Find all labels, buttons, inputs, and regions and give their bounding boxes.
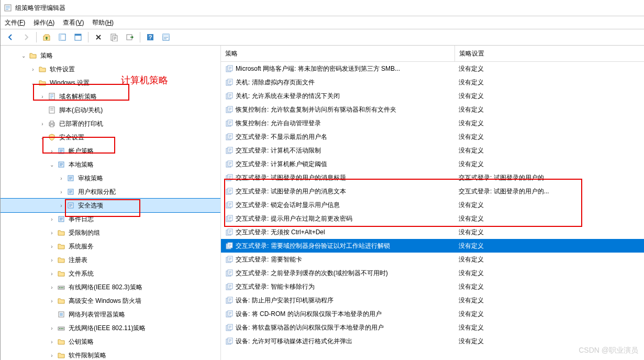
folder-icon [57, 269, 65, 278]
policy-row[interactable]: 恢复控制台: 允许自动管理登录没有定义 [221, 116, 644, 130]
chevron-right-icon[interactable]: › [48, 269, 56, 278]
column-header-setting[interactable]: 策略设置 [455, 46, 644, 61]
column-header-policy[interactable]: 策略 [221, 46, 455, 61]
policy-row[interactable]: 设备: 允许对可移动媒体进行格式化并弹出没有定义 [221, 334, 644, 348]
chevron-right-icon[interactable]: › [38, 92, 47, 101]
policy-row[interactable]: 交互式登录: 计算机帐户锁定阈值没有定义 [221, 157, 644, 171]
chevron-right-icon[interactable]: › [48, 228, 56, 237]
back-button[interactable] [4, 30, 17, 44]
menu-item-v[interactable]: 查看(V) [63, 18, 84, 27]
menu-item-h[interactable]: 帮助(H) [92, 18, 114, 27]
chevron-right-icon[interactable]: › [29, 65, 37, 73]
chevron-right-icon[interactable]: › [57, 201, 65, 210]
policy-row[interactable]: 交互式登录: 之前登录到缓存的次数(域控制器不可用时)没有定义 [221, 266, 644, 280]
policy-row[interactable]: 交互式登录: 试图登录的用户的消息文本交互式登录: 试图登录的用户的... [221, 184, 644, 198]
tree-node[interactable]: ›注册表 [1, 253, 220, 267]
tree-node[interactable]: ›软件限制策略 [1, 348, 220, 360]
policy-row[interactable]: Microsoft 网络客户端: 将未加密的密码发送到第三方 SMB...没有定… [221, 62, 644, 75]
policy-icon [225, 119, 234, 127]
tree-node[interactable]: ›高级安全 Windows 防火墙 [1, 294, 220, 308]
policy-row[interactable]: 交互式登录: 计算机不活动限制没有定义 [221, 144, 644, 157]
chevron-right-icon[interactable]: › [48, 351, 56, 359]
tree-node[interactable]: ›帐户策略 [1, 144, 220, 158]
policy-setting: 没有定义 [454, 214, 644, 223]
chevron-down-icon[interactable]: ⌄ [38, 133, 47, 141]
policy-row[interactable]: 交互式登录: 无须按 Ctrl+Alt+Del没有定义 [221, 225, 644, 239]
up-button[interactable] [40, 30, 53, 44]
chevron-right-icon[interactable]: › [48, 147, 56, 155]
show-header-button[interactable] [71, 30, 85, 44]
policy-row[interactable]: 交互式登录: 锁定会话时显示用户信息没有定义 [221, 198, 644, 212]
policy-name: Microsoft 网络客户端: 将未加密的密码发送到第三方 SMB... [236, 64, 400, 73]
tree-node[interactable]: ⌄安全设置 [1, 130, 220, 144]
svg-text:?: ? [149, 34, 152, 40]
tree-node-label: 软件限制策略 [69, 351, 106, 360]
tree-node[interactable]: ›软件设置 [1, 62, 220, 76]
chevron-right-icon[interactable]: › [48, 256, 56, 264]
tree-node[interactable]: ›审核策略 [1, 171, 220, 185]
menu-item-f[interactable]: 文件(F) [5, 18, 25, 27]
tree-node[interactable]: ›系统服务 [1, 239, 220, 253]
policy-row[interactable]: 设备: 防止用户安装打印机驱动程序没有定义 [221, 293, 644, 307]
policy-name: 交互式登录: 之前登录到缓存的次数(域控制器不可用时) [236, 268, 388, 278]
tree-node[interactable]: ›文件系统 [1, 267, 220, 280]
policy-row[interactable]: 关机: 清除虚拟内存页面文件没有定义 [221, 75, 644, 89]
policy-icon [66, 188, 75, 196]
chevron-right-icon[interactable]: › [38, 119, 47, 128]
chevron-right-icon[interactable]: › [48, 242, 56, 250]
policy-row[interactable]: 交互式登录: 需要域控制器身份验证以对工作站进行解锁没有定义 [221, 239, 644, 253]
tree-node[interactable]: ⌄Windows 设置 [1, 76, 220, 90]
chevron-down-icon[interactable]: ⌄ [29, 79, 37, 87]
policy-icon [225, 105, 234, 114]
chevron-down-icon[interactable]: ⌄ [48, 160, 56, 169]
policy-row[interactable]: 交互式登录: 试图登录的用户的消息标题交互式登录: 试图登录的用户的... [221, 171, 644, 184]
menu-item-a[interactable]: 操作(A) [34, 18, 54, 27]
policy-name: 交互式登录: 试图登录的用户的消息文本 [236, 187, 346, 196]
tree-pane[interactable]: ⌄策略›软件设置⌄Windows 设置›域名解析策略脚本(启动/关机)›已部署的… [1, 46, 221, 360]
tree-node[interactable]: ›已部署的打印机 [1, 117, 220, 130]
policy-row[interactable]: 交互式登录: 不显示最后的用户名没有定义 [221, 130, 644, 144]
tree-node[interactable]: ›受限制的组 [1, 226, 220, 239]
chevron-down-icon[interactable]: ⌄ [19, 51, 28, 60]
policy-setting: 没有定义 [454, 64, 644, 73]
policy-row[interactable]: 设备: 将 CD-ROM 的访问权限仅限于本地登录的用户没有定义 [221, 307, 644, 321]
help-button[interactable]: ? [143, 30, 157, 44]
chevron-right-icon[interactable]: › [48, 283, 56, 291]
policy-name: 交互式登录: 需要域控制器身份验证以对工作站进行解锁 [236, 241, 390, 250]
properties-button[interactable] [107, 30, 121, 44]
chevron-right-icon[interactable]: › [57, 188, 65, 196]
tree-node[interactable]: ⌄本地策略 [1, 158, 220, 171]
policy-row[interactable]: 设备: 将软盘驱动器的访问权限仅限于本地登录的用户没有定义 [221, 321, 644, 334]
tree-node[interactable]: ›无线网络(IEEE 802.11)策略 [1, 321, 220, 335]
policy-row[interactable]: 关机: 允许系统在未登录的情况下关闭没有定义 [221, 89, 644, 103]
tree-node-label: 审核策略 [78, 173, 103, 183]
detail-pane-button[interactable] [55, 30, 69, 44]
policy-setting: 没有定义 [454, 200, 644, 210]
chevron-right-icon[interactable]: › [48, 215, 56, 223]
forward-button[interactable] [19, 30, 33, 44]
tree-node[interactable]: ›公钥策略 [1, 335, 220, 348]
tree-node-label: 安全设置 [59, 133, 84, 142]
delete-button[interactable] [92, 30, 105, 44]
policy-row[interactable]: 交互式登录: 需要智能卡没有定义 [221, 253, 644, 266]
chevron-right-icon[interactable]: › [57, 174, 65, 182]
tree-node[interactable]: ›安全选项 [1, 199, 220, 212]
list-pane[interactable]: 策略 策略设置 Microsoft 网络客户端: 将未加密的密码发送到第三方 S… [221, 46, 644, 360]
chevron-right-icon[interactable]: › [48, 324, 56, 332]
export-button[interactable] [123, 30, 137, 44]
tree-node[interactable]: ›用户权限分配 [1, 185, 220, 199]
policy-row[interactable]: 交互式登录: 智能卡移除行为没有定义 [221, 280, 644, 293]
chevron-right-icon[interactable]: › [48, 337, 56, 346]
filter-button[interactable] [159, 30, 173, 44]
policy-setting: 没有定义 [454, 255, 644, 264]
tree-node[interactable]: ⌄策略 [1, 49, 220, 62]
tree-node[interactable]: ›域名解析策略 [1, 90, 220, 103]
tree-node[interactable]: 脚本(启动/关机) [1, 103, 220, 117]
policy-icon [225, 214, 234, 223]
policy-row[interactable]: 恢复控制台: 允许软盘复制并访问所有驱动器和所有文件夹没有定义 [221, 103, 644, 116]
policy-row[interactable]: 交互式登录: 提示用户在过期之前更改密码没有定义 [221, 212, 644, 225]
tree-node[interactable]: ›事件日志 [1, 212, 220, 226]
tree-node[interactable]: 网络列表管理器策略 [1, 308, 220, 321]
tree-node[interactable]: ›有线网络(IEEE 802.3)策略 [1, 280, 220, 294]
chevron-right-icon[interactable]: › [48, 297, 56, 305]
